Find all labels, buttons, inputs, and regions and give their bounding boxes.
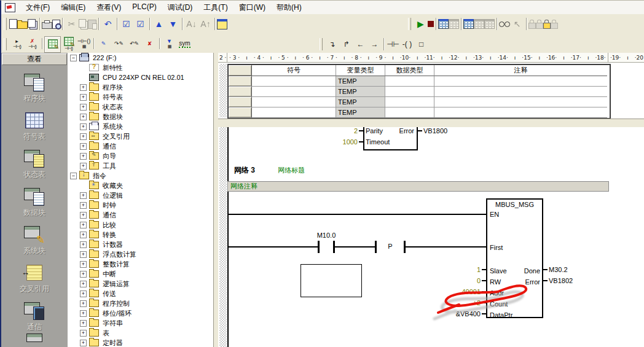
nav-symbol-table[interactable]: 符号表 <box>1 104 68 142</box>
menu-item[interactable]: 窗口(W) <box>234 1 271 14</box>
tree-item[interactable]: + 程序块 <box>68 82 213 92</box>
expand-toggle[interactable]: + <box>80 123 87 130</box>
expand-toggle[interactable]: + <box>80 251 87 258</box>
contact-m10-right-bar[interactable] <box>333 241 335 253</box>
expand-toggle[interactable]: + <box>80 261 87 268</box>
comment-cell[interactable] <box>434 87 607 97</box>
pause-program-status-icon[interactable] <box>449 19 459 29</box>
program-status-icon[interactable] <box>438 19 449 29</box>
expand-toggle[interactable]: + <box>80 340 87 346</box>
expand-toggle[interactable]: + <box>80 320 87 327</box>
expand-toggle[interactable]: − <box>70 173 77 179</box>
tree-item[interactable]: + 中断 <box>68 269 213 279</box>
line-down-icon[interactable]: ↴ <box>325 37 339 52</box>
unlock-icon[interactable] <box>536 23 543 29</box>
single-read-icon[interactable] <box>474 19 484 29</box>
expand-toggle[interactable]: + <box>80 133 87 140</box>
line-left-icon[interactable]: ← <box>353 37 367 52</box>
stop-icon[interactable] <box>428 21 434 27</box>
draw-down-pen-icon[interactable]: ↷✎ <box>111 37 127 52</box>
draw-up-pen-icon[interactable]: ↶✎ <box>127 37 142 52</box>
toggle-localvar-table-icon[interactable]: ⊣⊢() <box>61 37 76 52</box>
contact-p-right-bar[interactable] <box>404 241 406 253</box>
expand-toggle[interactable]: + <box>80 94 87 101</box>
expand-toggle[interactable]: + <box>80 143 87 150</box>
tree-item[interactable]: + 定时器 <box>68 338 213 347</box>
menu-item[interactable]: 帮助(H) <box>271 1 307 14</box>
tree-item[interactable]: + 浮点数计算 <box>68 249 213 259</box>
output-operand[interactable]: VB1800 <box>423 127 447 135</box>
symbolic-addressing-icon[interactable]: sym <box>177 37 192 52</box>
toolbar-grip[interactable] <box>320 38 323 50</box>
contact-m10-operand[interactable]: M10.0 <box>309 232 344 239</box>
expand-toggle[interactable]: + <box>80 202 87 209</box>
tree-item[interactable]: + 字符串 <box>68 318 213 328</box>
row-header-cell[interactable] <box>229 76 252 87</box>
tree-item[interactable]: 收藏夹 <box>68 181 213 190</box>
tree-item[interactable]: + 转换 <box>68 230 213 240</box>
tree-item[interactable]: + 传送 <box>68 289 213 298</box>
row-header-cell[interactable] <box>229 97 252 107</box>
draw-pen-icon[interactable]: ✎ <box>96 37 111 52</box>
toolbar-grip[interactable] <box>4 18 7 30</box>
nav-system-block[interactable]: ✎ 系统块 <box>1 218 68 256</box>
password-lock-icon[interactable] <box>543 23 551 29</box>
run-icon[interactable]: ▶ <box>414 17 428 31</box>
tree-item[interactable]: + 程序控制 <box>68 298 213 308</box>
tree-item[interactable]: + 状态表 <box>68 102 213 112</box>
menu-item[interactable]: PLC(P) <box>127 1 162 14</box>
var-type-cell[interactable]: TEMP <box>336 97 385 107</box>
menu-item[interactable]: 查看(V) <box>91 1 127 14</box>
expand-toggle[interactable]: + <box>80 192 87 199</box>
tree-item[interactable]: + 数据块 <box>68 112 213 122</box>
var-type-cell[interactable]: TEMP <box>336 107 385 118</box>
menu-item[interactable]: 调试(D) <box>162 1 198 14</box>
upload-icon[interactable]: ▲ <box>152 17 166 31</box>
tree-item[interactable]: + 符号表 <box>68 92 213 102</box>
toggle-pou-comments-icon[interactable] <box>44 36 61 53</box>
lock-upload-icon[interactable] <box>551 23 558 29</box>
delete-network-icon[interactable]: ✗ ⊣⊢() <box>25 37 40 52</box>
expand-toggle[interactable]: + <box>80 232 87 238</box>
line-right-icon[interactable]: → <box>367 37 382 52</box>
tree-item[interactable]: + 位逻辑 <box>68 190 213 200</box>
paste-icon[interactable] <box>88 20 96 29</box>
tree-item[interactable]: + 时钟 <box>68 200 213 210</box>
tree-item[interactable]: + 逻辑运算 <box>68 279 213 289</box>
empty-selection-box[interactable] <box>300 264 362 297</box>
data-type-cell[interactable] <box>385 97 434 107</box>
comment-cell[interactable] <box>434 107 607 118</box>
compile-all-icon[interactable]: ☑ <box>133 17 147 31</box>
tree-item[interactable]: + 比较 <box>68 220 213 230</box>
input-operand[interactable]: 1 <box>477 266 481 273</box>
save-all-icon[interactable] <box>28 19 36 28</box>
menu-item[interactable]: 编辑(E) <box>55 1 91 14</box>
toolbar-grip[interactable] <box>4 38 7 50</box>
symbol-filter-icon[interactable]: ▼ ▦ <box>162 37 177 52</box>
comment-cell[interactable] <box>434 97 607 107</box>
nav-cross-reference[interactable]: ↔ 交叉引用 <box>1 256 68 294</box>
expand-toggle[interactable]: + <box>80 300 87 307</box>
nav-program-block[interactable]: 程序块 <box>1 66 68 104</box>
positive-transition-contact[interactable]: P <box>377 243 404 250</box>
input-operand[interactable]: 0 <box>477 277 481 284</box>
menu-item[interactable]: 文件(F) <box>20 1 55 14</box>
output-operand[interactable]: VB1802 <box>549 277 573 284</box>
expand-toggle[interactable]: + <box>80 212 87 219</box>
tree-item[interactable]: 新特性 <box>68 63 213 72</box>
copy-icon[interactable] <box>79 19 86 28</box>
row-header-cell[interactable] <box>229 87 252 97</box>
network-comment-bar[interactable]: 网络注释 <box>227 181 609 192</box>
tree-item[interactable]: + 交叉引用 <box>68 131 213 141</box>
download-icon[interactable]: ▼ <box>166 17 180 31</box>
chart-status-icon[interactable] <box>463 19 474 29</box>
compile-icon[interactable]: ☑ <box>119 17 133 31</box>
lock-icon[interactable] <box>528 23 536 29</box>
tree-item[interactable]: + 系统块 <box>68 122 213 131</box>
new-file-icon[interactable] <box>9 19 17 29</box>
pointer-icon[interactable]: ↖ <box>510 17 524 31</box>
tree-item[interactable]: + 通信 <box>68 141 213 151</box>
cut-icon[interactable]: ✂ <box>65 17 79 31</box>
input-operand[interactable]: &VB400 <box>456 310 481 318</box>
input-operand[interactable]: +2 <box>473 299 481 306</box>
